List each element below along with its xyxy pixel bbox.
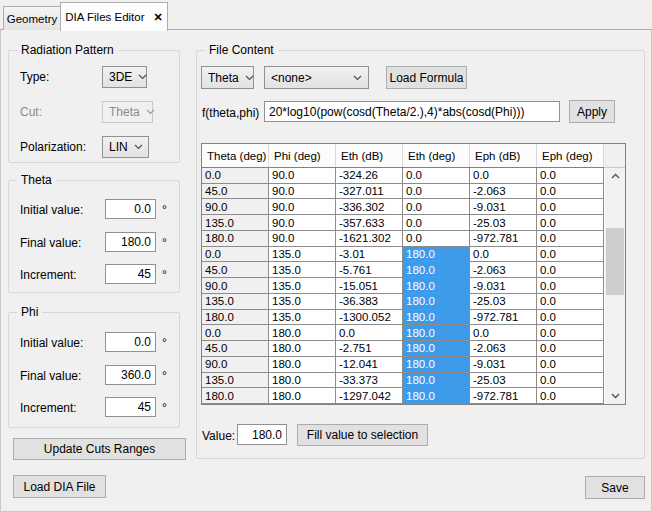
- save-button[interactable]: Save: [585, 476, 645, 499]
- table-cell[interactable]: -1297.042: [336, 388, 403, 404]
- type-combo[interactable]: 3DE: [102, 66, 147, 88]
- table-cell[interactable]: 0.0: [537, 184, 604, 200]
- table-cell[interactable]: -336.302: [336, 199, 403, 215]
- table-cell[interactable]: 0.0: [537, 341, 604, 357]
- table-cell[interactable]: 180.0: [269, 341, 336, 357]
- table-cell[interactable]: 0.0: [470, 247, 537, 263]
- theta-final-input[interactable]: [105, 232, 156, 252]
- scroll-down-button[interactable]: [605, 388, 625, 404]
- table-cell[interactable]: 0.0: [403, 168, 470, 184]
- table-cell[interactable]: -2.063: [470, 262, 537, 278]
- table-cell[interactable]: -25.03: [470, 294, 537, 310]
- apply-button[interactable]: Apply: [569, 100, 615, 123]
- table-header-cell[interactable]: Theta (deg): [202, 144, 269, 167]
- table-cell[interactable]: 180.0: [202, 310, 269, 326]
- phi-increment-input[interactable]: [105, 397, 156, 417]
- table-cell[interactable]: 0.0: [202, 325, 269, 341]
- table-cell[interactable]: 90.0: [269, 231, 336, 247]
- table-cell[interactable]: 180.0: [202, 388, 269, 404]
- value-input[interactable]: [237, 424, 287, 445]
- table-cell[interactable]: 0.0: [537, 231, 604, 247]
- table-cell[interactable]: 0.0: [470, 168, 537, 184]
- table-header-cell[interactable]: Phi (deg): [269, 144, 336, 167]
- table-cell[interactable]: -972.781: [470, 310, 537, 326]
- table-cell[interactable]: 135.0: [202, 294, 269, 310]
- table-cell[interactable]: -3.01: [336, 247, 403, 263]
- table-cell[interactable]: -9.031: [470, 199, 537, 215]
- table-cell[interactable]: -36.383: [336, 294, 403, 310]
- polarization-combo[interactable]: LIN: [102, 136, 149, 158]
- table-cell[interactable]: 180.0: [269, 325, 336, 341]
- table-cell[interactable]: -15.051: [336, 278, 403, 294]
- table-header-cell[interactable]: Eth (deg): [403, 144, 470, 167]
- table-cell[interactable]: -2.063: [470, 184, 537, 200]
- table-cell[interactable]: 0.0: [537, 199, 604, 215]
- table-cell[interactable]: -9.031: [470, 278, 537, 294]
- table-header-cell[interactable]: Eth (dB): [336, 144, 403, 167]
- table-cell[interactable]: 180.0: [403, 294, 470, 310]
- table-cell[interactable]: 180.0: [403, 262, 470, 278]
- table-cell[interactable]: 0.0: [537, 357, 604, 373]
- close-icon[interactable]: ✕: [154, 12, 163, 23]
- table-cell[interactable]: 0.0: [537, 388, 604, 404]
- table-cell[interactable]: 180.0: [403, 325, 470, 341]
- table-cell[interactable]: -33.373: [336, 373, 403, 389]
- table-cell[interactable]: 90.0: [269, 184, 336, 200]
- table-cell[interactable]: 0.0: [403, 215, 470, 231]
- formula-preset-combo[interactable]: <none>: [264, 66, 369, 89]
- table-cell[interactable]: 180.0: [403, 310, 470, 326]
- table-cell[interactable]: 180.0: [403, 247, 470, 263]
- table-cell[interactable]: 90.0: [269, 168, 336, 184]
- table-cell[interactable]: 90.0: [202, 357, 269, 373]
- table-cell[interactable]: 90.0: [269, 199, 336, 215]
- table-cell[interactable]: 0.0: [336, 325, 403, 341]
- table-cell[interactable]: 0.0: [537, 278, 604, 294]
- table-cell[interactable]: -1621.302: [336, 231, 403, 247]
- phi-final-input[interactable]: [105, 365, 156, 385]
- table-scrollbar[interactable]: [605, 168, 625, 404]
- table-cell[interactable]: 90.0: [202, 278, 269, 294]
- table-cell[interactable]: 45.0: [202, 341, 269, 357]
- table-cell[interactable]: 0.0: [537, 215, 604, 231]
- table-cell[interactable]: 0.0: [537, 325, 604, 341]
- table-cell[interactable]: -357.633: [336, 215, 403, 231]
- table-cell[interactable]: 135.0: [269, 294, 336, 310]
- table-cell[interactable]: 45.0: [202, 262, 269, 278]
- table-cell[interactable]: -972.781: [470, 388, 537, 404]
- table-cell[interactable]: 0.0: [470, 325, 537, 341]
- tab-dia-files-editor[interactable]: DIA Files Editor ✕: [60, 2, 168, 31]
- table-cell[interactable]: 90.0: [202, 199, 269, 215]
- table-cell[interactable]: -2.063: [470, 341, 537, 357]
- table-header-cell[interactable]: Eph (dB): [470, 144, 537, 167]
- table-cell[interactable]: 0.0: [537, 310, 604, 326]
- table-cell[interactable]: 180.0: [403, 388, 470, 404]
- table-cell[interactable]: -9.031: [470, 357, 537, 373]
- table-cell[interactable]: 90.0: [269, 215, 336, 231]
- table-cell[interactable]: 135.0: [269, 262, 336, 278]
- table-cell[interactable]: 135.0: [202, 215, 269, 231]
- theta-initial-input[interactable]: [105, 199, 156, 219]
- table-cell[interactable]: 135.0: [269, 278, 336, 294]
- scroll-up-button[interactable]: [605, 168, 625, 184]
- table-cell[interactable]: -324.26: [336, 168, 403, 184]
- table-cell[interactable]: 135.0: [269, 310, 336, 326]
- table-cell[interactable]: 135.0: [202, 373, 269, 389]
- table-cell[interactable]: -972.781: [470, 231, 537, 247]
- table-cell[interactable]: 180.0: [269, 373, 336, 389]
- table-cell[interactable]: -2.751: [336, 341, 403, 357]
- table-cell[interactable]: 0.0: [403, 184, 470, 200]
- table-cell[interactable]: 45.0: [202, 184, 269, 200]
- table-header-cell[interactable]: Eph (deg): [537, 144, 604, 167]
- table-cell[interactable]: 180.0: [269, 357, 336, 373]
- scrollbar-thumb[interactable]: [606, 228, 624, 295]
- table-cell[interactable]: -25.03: [470, 215, 537, 231]
- table-cell[interactable]: -25.03: [470, 373, 537, 389]
- table-cell[interactable]: 0.0: [403, 231, 470, 247]
- table-cell[interactable]: 180.0: [403, 278, 470, 294]
- load-dia-file-button[interactable]: Load DIA File: [13, 475, 106, 498]
- table-cell[interactable]: 0.0: [537, 168, 604, 184]
- table-cell[interactable]: -327.011: [336, 184, 403, 200]
- table-cell[interactable]: 180.0: [403, 373, 470, 389]
- theta-increment-input[interactable]: [105, 264, 156, 284]
- table-cell[interactable]: 135.0: [269, 247, 336, 263]
